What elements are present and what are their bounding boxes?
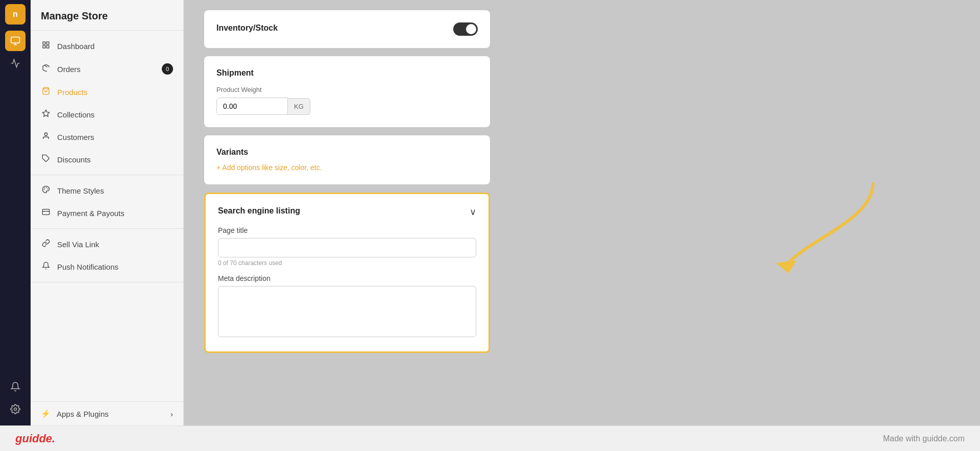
sidebar-bottom: ⚡ Apps & Plugins › — [31, 401, 183, 425]
svg-point-1 — [14, 408, 17, 411]
sidebar-item-push-notifications[interactable]: Push Notifications — [31, 255, 183, 278]
variants-card: Variants + Add options like size, color,… — [204, 135, 490, 184]
payment-payouts-label: Payment & Payouts — [57, 209, 125, 218]
page-title-label: Page title — [218, 226, 248, 234]
weight-input[interactable] — [216, 98, 288, 115]
push-notifications-label: Push Notifications — [57, 263, 118, 271]
theme-styles-label: Theme Styles — [57, 186, 104, 195]
footer: guidde. Made with guidde.com — [0, 425, 980, 451]
svg-point-10 — [46, 187, 47, 188]
shipment-title: Shipment — [216, 68, 478, 78]
sidebar-item-payment-payouts[interactable]: Payment & Payouts — [31, 202, 183, 224]
svg-rect-0 — [11, 37, 20, 43]
sidebar-item-sell-via-link[interactable]: Sell Via Link — [31, 233, 183, 255]
svg-marker-7 — [42, 110, 49, 116]
collections-label: Collections — [57, 110, 94, 119]
shipment-card: Shipment Product Weight KG — [204, 56, 490, 127]
svg-rect-5 — [46, 45, 49, 48]
sidebar-item-collections[interactable]: Collections — [31, 103, 183, 126]
sidebar-section-extra: Sell Via Link Push Notifications — [31, 229, 183, 282]
sidebar-section-main: Dashboard Orders 0 Products Collections — [31, 31, 183, 175]
seo-card: Search engine listing ∨ Page title 0 of … — [204, 193, 490, 353]
customers-icon — [41, 132, 51, 142]
discounts-label: Discounts — [57, 155, 91, 164]
page-title-input[interactable] — [218, 238, 476, 257]
orders-badge: 0 — [162, 63, 173, 75]
sidebar-item-customers[interactable]: Customers — [31, 126, 183, 148]
bell-icon-btn[interactable] — [5, 376, 26, 397]
svg-rect-14 — [42, 209, 49, 215]
svg-marker-16 — [776, 260, 796, 273]
footer-logo: guidde. — [15, 432, 55, 445]
inventory-title: Inventory/Stock — [216, 23, 278, 33]
svg-rect-2 — [43, 42, 45, 44]
apps-plugins-label: Apps & Plugins — [57, 410, 109, 418]
apps-plugins-item[interactable]: ⚡ Apps & Plugins › — [31, 402, 183, 425]
weight-label: Product Weight — [216, 86, 478, 93]
apps-chevron-icon: › — [170, 410, 173, 418]
customers-label: Customers — [57, 133, 94, 141]
svg-point-11 — [47, 189, 48, 189]
inventory-card: Inventory/Stock — [204, 10, 490, 48]
dashboard-icon — [41, 41, 51, 51]
seo-title: Search engine listing — [218, 206, 300, 216]
gear-icon-btn[interactable] — [5, 399, 26, 419]
orders-label: Orders — [57, 65, 81, 74]
weight-unit: KG — [288, 98, 310, 115]
svg-point-8 — [44, 133, 47, 135]
sidebar: Manage Store Dashboard Orders 0 Products — [31, 0, 184, 425]
apps-plugins-icon: ⚡ — [41, 409, 51, 418]
add-option-button[interactable]: + Add options like size, color, etc. — [216, 163, 322, 172]
icon-bar: n — [0, 0, 31, 425]
char-count: 0 of 70 characters used — [218, 259, 476, 267]
payment-payouts-icon — [41, 208, 51, 218]
dashboard-label: Dashboard — [57, 42, 94, 51]
sidebar-item-products[interactable]: Products — [31, 81, 183, 103]
footer-text: Made with guidde.com — [883, 434, 965, 443]
meta-description-input[interactable] — [218, 286, 476, 337]
sidebar-section-design: Theme Styles Payment & Payouts — [31, 175, 183, 229]
chart-icon-btn[interactable] — [5, 53, 26, 74]
theme-styles-icon — [41, 185, 51, 196]
app-logo[interactable]: n — [5, 4, 26, 25]
svg-point-13 — [44, 189, 44, 190]
push-notifications-icon — [41, 262, 51, 272]
sidebar-item-discounts[interactable]: Discounts — [31, 148, 183, 171]
sidebar-item-orders[interactable]: Orders 0 — [31, 57, 183, 81]
arrow-annotation — [755, 179, 888, 281]
sell-via-link-icon — [41, 239, 51, 249]
store-icon-btn[interactable] — [5, 31, 26, 51]
meta-desc-label: Meta description — [218, 274, 271, 282]
sidebar-item-dashboard[interactable]: Dashboard — [31, 35, 183, 57]
products-label: Products — [57, 88, 87, 97]
sidebar-item-theme-styles[interactable]: Theme Styles — [31, 179, 183, 202]
collections-icon — [41, 109, 51, 120]
orders-icon — [41, 64, 51, 74]
sidebar-title: Manage Store — [31, 0, 183, 31]
discounts-icon — [41, 154, 51, 164]
seo-header-row: Search engine listing ∨ — [218, 206, 476, 218]
main-content: Inventory/Stock Shipment Product Weight … — [184, 0, 980, 425]
seo-collapse-icon[interactable]: ∨ — [470, 206, 476, 218]
svg-point-12 — [44, 188, 45, 188]
variants-title: Variants — [216, 148, 478, 157]
products-icon — [41, 87, 51, 97]
sell-via-link-label: Sell Via Link — [57, 240, 99, 249]
weight-input-row: KG — [216, 98, 478, 115]
svg-rect-3 — [46, 42, 49, 44]
inventory-toggle[interactable] — [453, 22, 478, 36]
svg-rect-4 — [43, 45, 45, 48]
